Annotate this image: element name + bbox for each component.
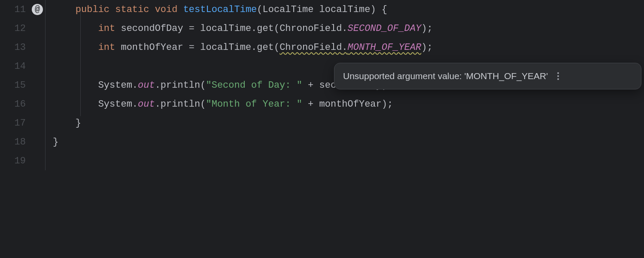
string-literal: "Month of Year: "	[206, 99, 302, 110]
paren-open: (	[274, 23, 279, 34]
gutter[interactable]: 12	[0, 23, 45, 34]
line-number: 13	[0, 42, 26, 53]
variable-name: monthOfYear	[121, 42, 183, 53]
code-content[interactable]: }	[45, 118, 81, 129]
receiver: localTime	[200, 23, 251, 34]
equals: =	[183, 23, 200, 34]
method-call: get	[257, 23, 274, 34]
gutter[interactable]: 11 @	[0, 4, 45, 15]
gutter[interactable]: 13	[0, 42, 45, 53]
line-number: 19	[0, 156, 26, 166]
dot: .	[155, 99, 161, 110]
tooltip-text: Unsupported argument value: 'MONTH_OF_YE…	[343, 71, 548, 81]
line-number: 18	[0, 137, 26, 147]
equals: =	[183, 42, 200, 53]
static-field: out	[138, 80, 155, 91]
stmt-tail: );	[421, 42, 432, 53]
receiver: localTime	[200, 42, 251, 53]
plus-op: +	[302, 99, 319, 110]
brace-close: }	[53, 137, 58, 147]
line-number: 11	[0, 4, 26, 15]
code-content[interactable]: int secondOfDay = localTime.get(ChronoFi…	[45, 23, 433, 34]
gutter[interactable]: 14	[0, 61, 45, 72]
enum-constant: SECOND_OF_DAY	[348, 23, 422, 34]
code-line[interactable]: 11 @ public static void testLocalTime(Lo…	[0, 0, 644, 19]
code-line[interactable]: 19	[0, 151, 644, 170]
enum-constant-warning[interactable]: MONTH_OF_YEAR	[348, 42, 422, 53]
code-line[interactable]: 17 }	[0, 114, 644, 132]
code-editor[interactable]: 11 @ public static void testLocalTime(Lo…	[0, 0, 644, 170]
gutter[interactable]: 19	[0, 156, 45, 166]
keyword-public: public	[76, 4, 109, 15]
keyword-static: static	[115, 4, 149, 15]
method-call: println	[161, 80, 200, 91]
gutter[interactable]: 18	[0, 137, 45, 147]
dot: .	[251, 23, 257, 34]
dot: .	[251, 42, 257, 53]
line-number: 15	[0, 80, 26, 91]
gutter[interactable]: 16	[0, 99, 45, 110]
string-literal: "Second of Day: "	[206, 80, 302, 91]
code-line[interactable]: 13 int monthOfYear = localTime.get(Chron…	[0, 38, 644, 57]
code-content[interactable]: System.out.println("Month of Year: " + m…	[45, 99, 393, 110]
line-number: 12	[0, 23, 26, 34]
paren-close: )	[370, 4, 376, 15]
method-call: println	[161, 99, 200, 110]
more-actions-icon[interactable]	[557, 72, 559, 80]
code-line[interactable]: 18 }	[0, 132, 644, 151]
param-type: LocalTime	[263, 4, 314, 15]
code-line[interactable]: 16 System.out.println("Month of Year: " …	[0, 95, 644, 114]
variable-ref: monthOfYear	[319, 99, 382, 110]
keyword-void: void	[155, 4, 178, 15]
class-ref: ChronoField	[279, 42, 342, 53]
dot: .	[132, 80, 138, 91]
brace-open: {	[382, 4, 387, 15]
paren-open: (	[257, 4, 262, 15]
override-gutter-icon[interactable]: @	[32, 4, 43, 15]
class-ref: System	[98, 80, 132, 91]
dot: .	[342, 23, 347, 34]
static-field: out	[138, 99, 155, 110]
class-ref: ChronoField	[279, 23, 342, 34]
paren-open: (	[274, 42, 279, 53]
code-content[interactable]: }	[45, 137, 58, 147]
line-number: 16	[0, 99, 26, 110]
stmt-tail: );	[382, 99, 393, 110]
inspection-tooltip[interactable]: Unsupported argument value: 'MONTH_OF_YE…	[334, 63, 641, 89]
variable-name: secondOfDay	[121, 23, 183, 34]
param-name: localTime	[319, 4, 371, 15]
dot: .	[132, 99, 138, 110]
brace-close: }	[76, 118, 81, 129]
code-content[interactable]: public static void testLocalTime(LocalTi…	[45, 4, 387, 15]
line-number: 17	[0, 118, 26, 129]
paren-open: (	[200, 80, 206, 91]
method-name: testLocalTime	[183, 4, 257, 15]
plus-op: +	[302, 80, 319, 91]
keyword-int: int	[98, 23, 115, 34]
class-ref: System	[98, 99, 132, 110]
line-number: 14	[0, 61, 26, 72]
paren-open: (	[200, 99, 206, 110]
stmt-tail: );	[421, 23, 432, 34]
gutter[interactable]: 15	[0, 80, 45, 91]
gutter[interactable]: 17	[0, 118, 45, 129]
dot: .	[155, 80, 161, 91]
method-call: get	[257, 42, 274, 53]
code-content[interactable]: int monthOfYear = localTime.get(ChronoFi…	[45, 42, 433, 53]
keyword-int: int	[98, 42, 115, 53]
code-line[interactable]: 12 int secondOfDay = localTime.get(Chron…	[0, 19, 644, 38]
dot: .	[342, 42, 347, 53]
